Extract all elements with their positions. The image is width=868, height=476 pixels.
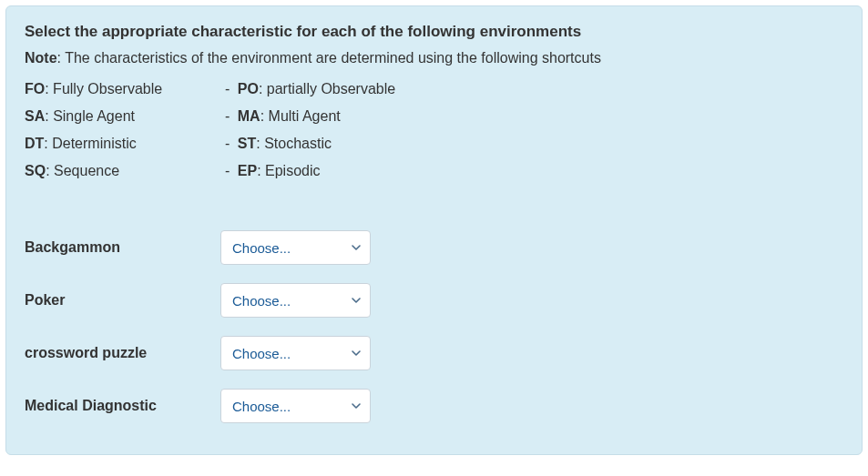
abbr-text: : Episodic: [257, 163, 320, 178]
abbr: MA: [238, 108, 260, 124]
definition-row: FO: Fully Observable - PO: partially Obs…: [25, 76, 843, 103]
question-label: Medical Diagnostic: [25, 398, 220, 414]
question-label: Backgammon: [25, 239, 220, 256]
separator: -: [225, 108, 238, 124]
definitions-block: FO: Fully Observable - PO: partially Obs…: [25, 76, 843, 185]
question-row: Backgammon Choose...: [25, 221, 843, 274]
abbr: DT: [25, 136, 44, 151]
abbr-text: : Single Agent: [45, 108, 135, 124]
definition-row: SA: Single Agent - MA: Multi Agent: [25, 103, 843, 130]
definition-row: DT: Deterministic - ST: Stochastic: [25, 130, 843, 157]
question-row: Medical Diagnostic Choose...: [25, 380, 843, 432]
abbr-text: : Multi Agent: [260, 108, 341, 124]
note-text: : The characteristics of the environment…: [57, 50, 601, 66]
definition-row: SQ: Sequence - EP: Episodic: [25, 157, 843, 185]
question-panel: Select the appropriate characteristic fo…: [5, 5, 863, 455]
abbr: PO: [238, 81, 259, 96]
question-row: crossword puzzle Choose...: [25, 327, 843, 380]
answer-select-backgammon[interactable]: Choose...: [220, 230, 371, 265]
abbr-text: : Fully Observable: [45, 81, 162, 96]
question-label: crossword puzzle: [25, 345, 220, 361]
select-value[interactable]: Choose...: [220, 283, 371, 318]
abbr: EP: [238, 163, 257, 178]
abbr-text: : Deterministic: [44, 136, 136, 151]
select-value[interactable]: Choose...: [220, 230, 371, 265]
abbr-text: : Sequence: [46, 163, 119, 178]
abbr: ST: [238, 136, 256, 151]
select-value[interactable]: Choose...: [220, 389, 371, 423]
question-label: Poker: [25, 292, 220, 309]
select-value[interactable]: Choose...: [220, 336, 371, 370]
note-label: Note: [25, 50, 57, 66]
abbr: FO: [25, 81, 45, 96]
abbr-text: : Stochastic: [256, 136, 332, 151]
question-heading: Select the appropriate characteristic fo…: [25, 23, 843, 41]
note-line: Note: The characteristics of the environ…: [25, 50, 843, 66]
answer-select-poker[interactable]: Choose...: [220, 283, 371, 318]
answers-block: Backgammon Choose... Poker Choose... cro…: [25, 221, 843, 432]
separator: -: [225, 136, 238, 151]
abbr: SQ: [25, 163, 46, 178]
separator: -: [225, 81, 238, 96]
abbr-text: : partially Observable: [259, 81, 395, 96]
separator: -: [225, 163, 238, 178]
answer-select-crossword[interactable]: Choose...: [220, 336, 371, 370]
question-row: Poker Choose...: [25, 274, 843, 327]
answer-select-medical[interactable]: Choose...: [220, 389, 371, 423]
abbr: SA: [25, 108, 45, 124]
